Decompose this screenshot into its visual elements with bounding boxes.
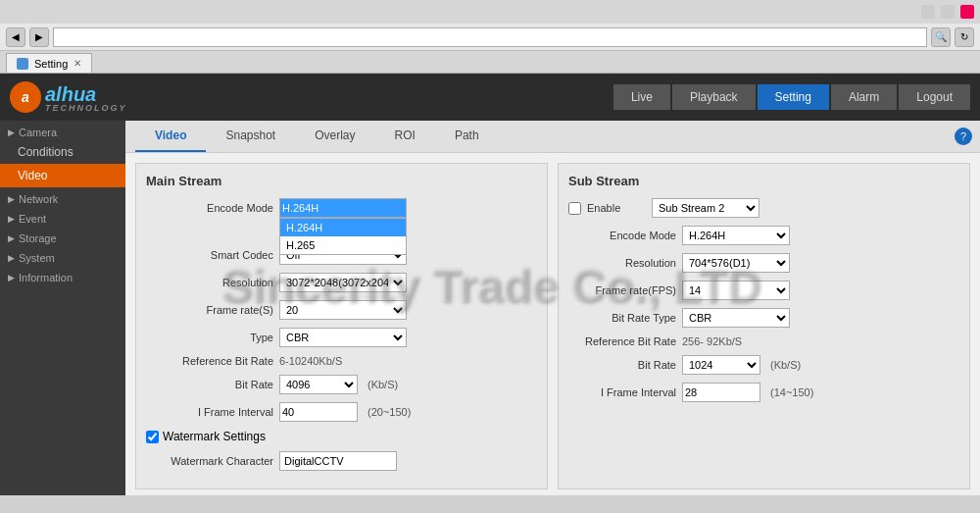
sub-resolution-label: Resolution [568, 257, 676, 269]
watermark-checkbox[interactable] [146, 431, 159, 443]
main-stream-panel: Main Stream Encode Mode H.264H H.264H H.… [135, 163, 548, 489]
sub-stream-enable-checkbox[interactable] [568, 202, 581, 215]
browser-toolbar: ◀ ▶ http://192.168.1.108/ 🔍 ↻ [0, 24, 980, 51]
encode-mode-dropdown-wrapper: H.264H H.264H H.265 [279, 198, 407, 218]
sidebar-section-storage[interactable]: Storage [0, 227, 125, 246]
search-button[interactable]: 🔍 [931, 27, 951, 47]
logo-sub: TECHNOLOGY [45, 103, 127, 113]
watermark-settings-row: Watermark Settings [146, 430, 537, 443]
i-frame-interval-row: I Frame Interval (20~150) [146, 402, 537, 422]
sub-stream-select[interactable]: Sub Stream 2 [652, 198, 760, 218]
forward-button[interactable]: ▶ [29, 27, 49, 47]
sub-stream-panel: Sub Stream Enable Sub Stream 2 Encode Mo… [558, 163, 970, 489]
tab-playback[interactable]: Playback [672, 84, 756, 110]
sub-i-frame-label: I Frame Interval [568, 386, 676, 398]
titlebar [0, 0, 980, 24]
sub-bit-rate-type-label: Bit Rate Type [568, 312, 676, 324]
sub-ref-bit-rate-label: Reference Bit Rate [568, 335, 676, 347]
main-stream-title: Main Stream [146, 174, 537, 188]
resolution-select[interactable]: 3072*2048(3072x2048) [279, 273, 407, 292]
sub-encode-mode-row: Encode Mode H.264H [568, 226, 959, 245]
refresh-nav-button[interactable]: ↻ [955, 27, 974, 47]
tab-roi[interactable]: ROI [375, 121, 435, 152]
sub-stream-enable-row: Enable Sub Stream 2 [568, 198, 959, 218]
app-body: Camera Conditions Video Network Event St… [0, 121, 980, 495]
frame-rate-select[interactable]: 20 [279, 300, 407, 320]
watermark-char-input[interactable] [279, 451, 397, 471]
sub-resolution-select[interactable]: 704*576(D1) [682, 253, 790, 273]
sidebar-section-camera[interactable]: Camera [0, 121, 125, 140]
sub-ref-bit-rate-value: 256- 92Kb/S [682, 335, 742, 347]
resolution-row: Resolution 3072*2048(3072x2048) [146, 273, 537, 292]
sidebar-section-information[interactable]: Information [0, 266, 125, 285]
sidebar: Camera Conditions Video Network Event St… [0, 121, 125, 495]
sub-frame-rate-select[interactable]: 14 [682, 281, 790, 300]
minimize-button[interactable] [921, 5, 935, 19]
logo-text: alhua [45, 83, 96, 105]
logo: a alhua TECHNOLOGY [10, 81, 127, 113]
sub-i-frame-input[interactable] [682, 383, 760, 402]
ref-bit-rate-label: Reference Bit Rate [146, 355, 273, 367]
address-bar[interactable]: http://192.168.1.108/ [53, 27, 927, 47]
option-h264h[interactable]: H.264H [280, 219, 406, 236]
bit-rate-row: Bit Rate 4096 (Kb/S) [146, 375, 537, 394]
sub-stream-title: Sub Stream [568, 174, 959, 188]
watermark-settings-label: Watermark Settings [163, 430, 266, 443]
help-icon[interactable]: ? [955, 128, 972, 145]
tab-path[interactable]: Path [435, 121, 499, 152]
app-header: a alhua TECHNOLOGY Live Playback Setting… [0, 74, 980, 121]
smart-codec-label: Smart Codec [146, 249, 273, 261]
watermark-char-label: Watermark Character [146, 455, 273, 467]
bit-rate-label: Bit Rate [146, 379, 273, 390]
sidebar-item-conditions[interactable]: Conditions [0, 140, 125, 164]
tab-logout[interactable]: Logout [899, 84, 970, 110]
encode-mode-label: Encode Mode [146, 202, 273, 214]
sub-resolution-row: Resolution 704*576(D1) [568, 253, 959, 273]
bit-rate-type-row: Type CBR [146, 328, 537, 347]
tab-overlay[interactable]: Overlay [295, 121, 374, 152]
tab-video[interactable]: Video [135, 121, 206, 152]
settings-panels: Main Stream Encode Mode H.264H H.264H H.… [125, 153, 980, 495]
browser-tab[interactable]: Setting ✕ [6, 53, 92, 73]
encode-mode-selected[interactable]: H.264H [279, 198, 407, 218]
back-button[interactable]: ◀ [6, 27, 25, 47]
i-frame-hint: (20~150) [368, 406, 411, 418]
frame-rate-row: Frame rate(S) 20 [146, 300, 537, 320]
option-h265[interactable]: H.265 [280, 236, 406, 254]
sub-bit-rate-row: Bit Rate 1024 (Kb/S) [568, 355, 959, 375]
tab-bar: Setting ✕ [0, 51, 980, 73]
sidebar-item-video[interactable]: Video [0, 164, 125, 187]
ref-bit-rate-row: Reference Bit Rate 6-10240Kb/S [146, 355, 537, 367]
sidebar-section-event[interactable]: Event [0, 207, 125, 227]
tab-live[interactable]: Live [613, 84, 670, 110]
close-button[interactable] [960, 5, 974, 19]
sub-encode-mode-label: Encode Mode [568, 230, 676, 241]
sub-bit-rate-unit: (Kb/S) [770, 359, 801, 371]
tab-alarm[interactable]: Alarm [831, 84, 897, 110]
sub-encode-mode-select[interactable]: H.264H [682, 226, 790, 245]
sub-bit-rate-type-select[interactable]: CBR [682, 308, 790, 328]
bit-rate-type-select[interactable]: CBR [279, 328, 407, 347]
bit-rate-select[interactable]: 4096 [279, 375, 358, 394]
sub-i-frame-hint: (14~150) [770, 386, 813, 398]
encode-mode-row: Encode Mode H.264H H.264H H.265 [146, 198, 537, 218]
sub-ref-bit-rate-row: Reference Bit Rate 256- 92Kb/S [568, 335, 959, 347]
i-frame-input[interactable] [279, 402, 358, 422]
tab-favicon [17, 58, 28, 70]
sub-frame-rate-label: Frame rate(FPS) [568, 284, 676, 296]
tab-setting[interactable]: Setting [758, 84, 829, 110]
encode-mode-options: H.264H H.265 [279, 218, 407, 255]
sidebar-section-network[interactable]: Network [0, 187, 125, 207]
sub-bit-rate-type-row: Bit Rate Type CBR [568, 308, 959, 328]
sidebar-section-system[interactable]: System [0, 246, 125, 266]
resolution-label: Resolution [146, 277, 273, 288]
frame-rate-label: Frame rate(S) [146, 304, 273, 316]
maximize-button[interactable] [941, 5, 955, 19]
sub-bit-rate-select[interactable]: 1024 [682, 355, 760, 375]
watermark-character-row: Watermark Character [146, 451, 537, 471]
ref-bit-rate-value: 6-10240Kb/S [279, 355, 342, 367]
tab-snapshot[interactable]: Snapshot [206, 121, 295, 152]
sub-frame-rate-row: Frame rate(FPS) 14 [568, 281, 959, 300]
tab-close-button[interactable]: ✕ [74, 58, 81, 69]
sub-bit-rate-label: Bit Rate [568, 359, 676, 371]
